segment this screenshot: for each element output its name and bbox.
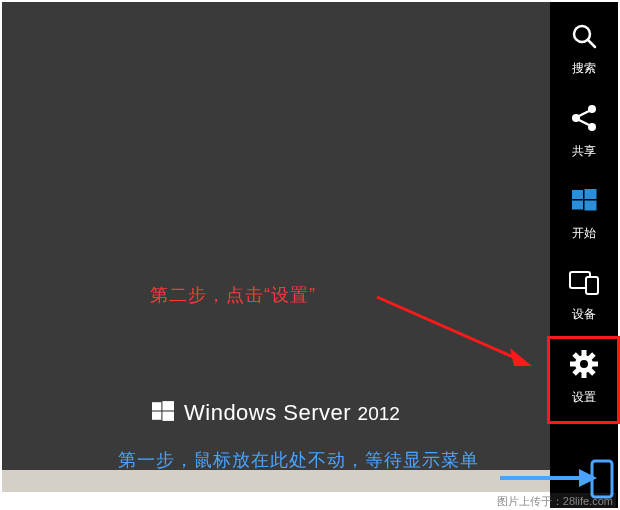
- charm-settings[interactable]: 设置: [550, 336, 618, 418]
- start-icon: [569, 185, 599, 219]
- svg-rect-16: [585, 189, 597, 199]
- svg-line-14: [579, 120, 589, 125]
- svg-rect-20: [586, 277, 598, 294]
- watermark-text: 图片上传于：28life.com: [494, 493, 616, 510]
- devices-icon: [568, 268, 600, 300]
- charm-start[interactable]: 开始: [550, 172, 618, 254]
- gear-icon: [569, 349, 599, 383]
- annotation-step1: 第一步，鼠标放在此处不动，等待显示菜单: [118, 448, 479, 472]
- svg-rect-5: [162, 412, 174, 421]
- brand-year: 2012: [358, 403, 400, 424]
- svg-rect-4: [152, 412, 161, 420]
- charm-share[interactable]: 共享: [550, 90, 618, 172]
- svg-rect-31: [592, 461, 612, 497]
- annotation-step2: 第二步，点击“设置”: [150, 283, 316, 307]
- svg-point-30: [580, 360, 588, 368]
- charm-start-label: 开始: [572, 225, 596, 242]
- charm-search-label: 搜索: [572, 60, 596, 77]
- windows-logo-icon: [152, 400, 174, 426]
- search-icon: [570, 22, 598, 54]
- svg-rect-15: [572, 190, 583, 199]
- share-icon: [569, 103, 599, 137]
- svg-rect-3: [162, 401, 174, 410]
- taskbar[interactable]: [2, 470, 550, 492]
- brand-name: Windows Server: [184, 400, 351, 425]
- svg-line-13: [579, 111, 589, 116]
- charm-share-label: 共享: [572, 143, 596, 160]
- charm-devices-label: 设备: [572, 306, 596, 323]
- svg-rect-2: [152, 402, 161, 410]
- svg-marker-1: [510, 348, 532, 366]
- charms-bar: 搜索 共享 开始: [550, 2, 618, 508]
- charm-settings-label: 设置: [572, 389, 596, 406]
- svg-line-0: [377, 297, 520, 360]
- charm-search[interactable]: 搜索: [550, 8, 618, 90]
- svg-rect-18: [585, 200, 597, 210]
- svg-rect-17: [572, 200, 583, 209]
- charm-devices[interactable]: 设备: [550, 254, 618, 336]
- desktop-background: 第二步，点击“设置” Windows Server 2012 第一步，鼠标放在此…: [2, 2, 550, 492]
- svg-line-9: [588, 40, 595, 47]
- os-brand: Windows Server 2012: [152, 400, 400, 426]
- red-arrow-annotation: [372, 292, 542, 372]
